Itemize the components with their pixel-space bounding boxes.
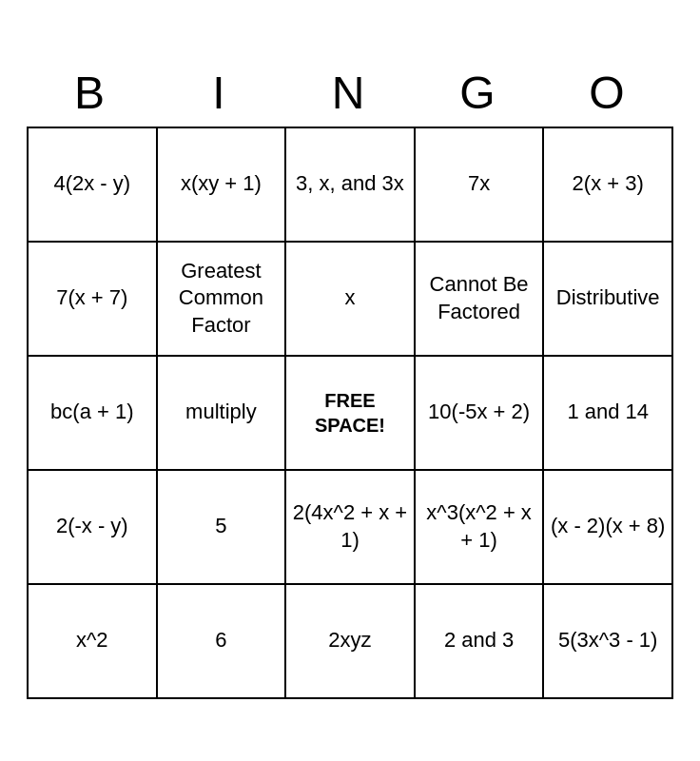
cell-r4-c4: 5(3x^3 - 1): [544, 585, 673, 699]
cell-r4-c0: x^2: [29, 585, 158, 699]
cell-r0-c4: 2(x + 3): [544, 128, 673, 243]
cell-r0-c2: 3, x, and 3x: [286, 128, 416, 243]
cell-r1-c2: x: [286, 243, 416, 357]
header-letter: B: [27, 63, 156, 123]
cell-r4-c1: 6: [158, 585, 287, 699]
cell-r2-c0: bc(a + 1): [29, 357, 158, 471]
header-letter: O: [544, 63, 673, 123]
bingo-grid: 4(2x - y)x(xy + 1)3, x, and 3x7x2(x + 3)…: [27, 127, 673, 699]
cell-r2-c2: FREE SPACE!: [286, 357, 416, 471]
cell-r3-c0: 2(-x - y): [29, 471, 158, 585]
cell-r3-c4: (x - 2)(x + 8): [544, 471, 673, 585]
bingo-card: BINGO 4(2x - y)x(xy + 1)3, x, and 3x7x2(…: [17, 53, 683, 709]
cell-r1-c0: 7(x + 7): [29, 243, 158, 357]
cell-r3-c1: 5: [158, 471, 287, 585]
cell-r1-c3: Cannot Be Factored: [416, 243, 545, 357]
cell-r2-c1: multiply: [158, 357, 287, 471]
cell-r0-c1: x(xy + 1): [158, 128, 287, 243]
cell-r4-c3: 2 and 3: [416, 585, 545, 699]
header-letter: I: [156, 63, 285, 123]
cell-r0-c3: 7x: [416, 128, 545, 243]
cell-r2-c3: 10(-5x + 2): [416, 357, 545, 471]
cell-r1-c4: Distributive: [544, 243, 673, 357]
cell-r0-c0: 4(2x - y): [29, 128, 158, 243]
cell-r3-c2: 2(4x^2 + x + 1): [286, 471, 416, 585]
header-letter: N: [285, 63, 415, 123]
header-letter: G: [415, 63, 544, 123]
cell-r4-c2: 2xyz: [286, 585, 416, 699]
bingo-header: BINGO: [27, 63, 673, 123]
cell-r2-c4: 1 and 14: [544, 357, 673, 471]
cell-r3-c3: x^3(x^2 + x + 1): [416, 471, 545, 585]
cell-r1-c1: Greatest Common Factor: [158, 243, 287, 357]
